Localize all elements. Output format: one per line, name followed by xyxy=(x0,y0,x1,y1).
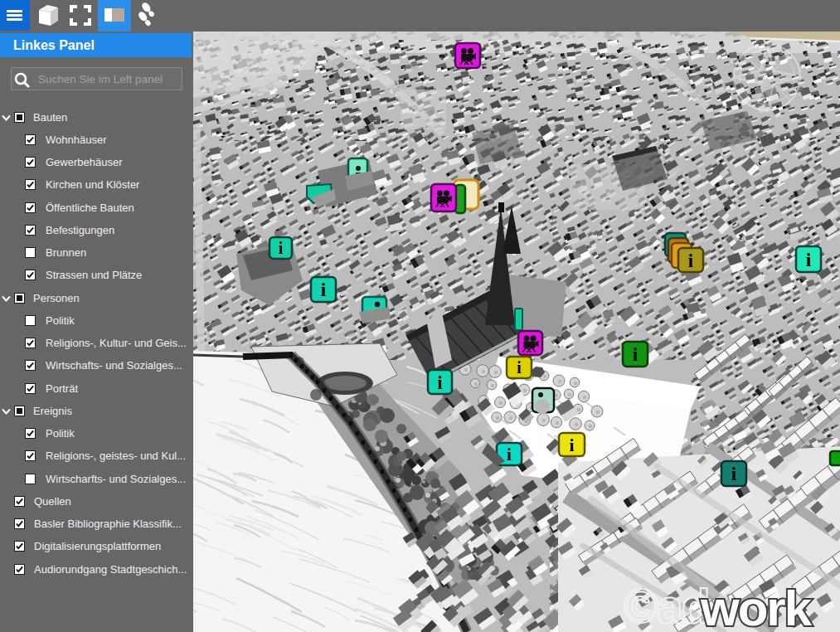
svg-text:i: i xyxy=(279,239,284,257)
svg-text:©ad: ©ad xyxy=(624,580,709,632)
svg-text:i: i xyxy=(517,358,522,377)
svg-text:i: i xyxy=(806,249,812,270)
svg-text:i: i xyxy=(437,372,443,393)
svg-text:i: i xyxy=(507,445,512,464)
svg-text:i: i xyxy=(731,464,737,484)
svg-text:i: i xyxy=(321,280,327,300)
svg-text:i: i xyxy=(688,250,694,271)
svg-text:i: i xyxy=(633,344,638,365)
svg-text:work: work xyxy=(700,581,813,632)
svg-text:i: i xyxy=(569,435,574,455)
